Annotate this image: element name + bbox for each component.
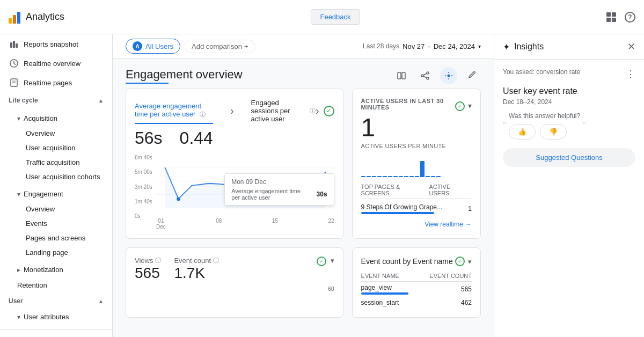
header-users: ACTIVE USERS — [429, 184, 472, 196]
top-cards-row: Average engagement time per active user … — [126, 89, 481, 239]
svg-rect-1 — [13, 41, 15, 48]
sidebar-label-engagement: Engagement — [24, 190, 63, 198]
page-bar — [361, 212, 434, 214]
all-users-chip[interactable]: A All Users — [126, 39, 180, 54]
header-actions — [393, 67, 481, 84]
engaged-sessions-value: 0.44 — [180, 128, 213, 148]
svg-rect-8 — [402, 72, 405, 79]
bottom-cards-row: Views ⓘ 565 Event count ⓘ 1.7K — [126, 247, 481, 318]
info-icon[interactable]: ⓘ — [200, 111, 206, 118]
engaged-sessions-tab[interactable]: Engaged sessions per active user ⓘ — [251, 98, 316, 124]
share-button[interactable] — [416, 67, 434, 84]
expand-icon[interactable]: ▾ — [331, 257, 334, 265]
page-title-underline — [126, 83, 169, 84]
sidebar-item-pages-screens[interactable]: Pages and screens — [0, 231, 112, 245]
page-title-container: Engagement overview — [126, 68, 243, 84]
edit-button[interactable] — [464, 67, 481, 84]
view-realtime-link[interactable]: View realtime → — [361, 221, 472, 228]
section-user[interactable]: User ▲ — [0, 293, 112, 309]
x-label-2: 15 — [272, 218, 278, 230]
logo-bar-orange — [13, 15, 16, 24]
query-container: You asked: conversion rate — [503, 68, 580, 80]
svg-point-21 — [177, 197, 180, 201]
thumbs-up-button[interactable]: 👍 — [509, 124, 536, 140]
all-users-label: All Users — [145, 42, 173, 50]
sidebar-item-acq-overview[interactable]: Overview — [0, 126, 112, 141]
tab-engagement-time[interactable]: Average engagement time per active user … — [135, 98, 213, 124]
svg-line-12 — [423, 74, 427, 75]
sidebar-item-traffic-acquisition[interactable]: Traffic acquisition — [0, 155, 112, 170]
engagement-time-value-container: 56s — [135, 128, 163, 150]
nav-right-icon[interactable]: › — [316, 105, 319, 117]
sidebar-label-eng-overview: Overview — [26, 205, 55, 213]
sidebar-item-user-attributes[interactable]: ▾ User attributes — [0, 309, 112, 325]
event-count-header: EVENT COUNT — [414, 270, 472, 282]
mini-bar-chart — [361, 156, 472, 177]
sidebar-item-monetization[interactable]: ▸ Monetization — [0, 262, 112, 277]
section-lifecycle[interactable]: Life cycle ▲ — [0, 92, 112, 108]
feedback-button[interactable]: Feedback — [311, 9, 360, 25]
sidebar-item-user-acq-cohorts[interactable]: User acquisition cohorts — [0, 170, 112, 184]
sidebar-label-monetization: Monetization — [24, 266, 63, 274]
realtime-table-row: 9 Steps Of Growing Grape... 1 — [361, 201, 472, 216]
sidebar-label-landing-page: Landing page — [26, 248, 68, 257]
bar-5 — [388, 176, 392, 177]
sidebar-item-landing-page[interactable]: Landing page — [0, 245, 112, 260]
tooltip-row: Average engagement time per active user … — [231, 188, 327, 201]
date-range-picker[interactable]: Last 28 days Nov 27 - Dec 24, 2024 ▾ — [363, 42, 481, 50]
sidebar-item-events[interactable]: Events — [0, 216, 112, 231]
add-icon: + — [244, 42, 248, 50]
sidebar-item-acquisition[interactable]: ▾ Acquisition — [0, 111, 112, 126]
chart-x-labels: 01Dec 08 15 22 — [156, 218, 334, 230]
realtime-label: ACTIVE USERS IN LAST 30 MINUTES — [361, 98, 455, 111]
event-count-info-icon[interactable]: ⓘ — [213, 257, 219, 265]
realtime-icon — [9, 58, 19, 69]
card-count: 60 — [135, 286, 334, 292]
card-actions: ✓ ▾ — [317, 257, 334, 282]
x-label-0: 01Dec — [156, 218, 166, 230]
sidebar-item-eng-overview[interactable]: Overview — [0, 202, 112, 216]
sidebar-label-traffic-acquisition: Traffic acquisition — [26, 158, 79, 166]
help-icon[interactable]: ? — [625, 12, 635, 23]
realtime-expand-icon[interactable]: ▾ — [468, 101, 472, 111]
engagement-time-card: Average engagement time per active user … — [126, 89, 343, 239]
sparkle-icon: ✦ — [503, 42, 510, 52]
apps-grid-icon[interactable] — [606, 12, 616, 22]
svg-rect-7 — [398, 72, 401, 79]
sidebar-item-library[interactable]: Library — [0, 334, 112, 337]
info-icon2[interactable]: ⓘ — [310, 107, 316, 115]
bar-3 — [377, 176, 382, 177]
sidebar-item-reports-snapshot[interactable]: Reports snapshot — [0, 34, 108, 54]
app-title: Analytics — [26, 11, 64, 23]
suggested-questions-button[interactable]: Suggested Questions — [503, 148, 635, 167]
event-expand-icon[interactable]: ▾ — [468, 258, 472, 266]
insights-close-button[interactable]: ✕ — [627, 41, 635, 53]
realtime-per-minute: ACTIVE USERS PER MINUTE — [361, 143, 472, 149]
customize-button[interactable] — [440, 67, 457, 84]
realtime-table-header: TOP PAGES & SCREENS ACTIVE USERS — [361, 181, 472, 199]
insights-card: User key event rate Dec 18–24, 2024 " Wa… — [503, 80, 635, 173]
sidebar-item-user-acquisition[interactable]: User acquisition — [0, 141, 112, 155]
views-info-icon[interactable]: ⓘ — [155, 257, 161, 265]
sidebar-item-realtime-overview[interactable]: Realtime overview — [0, 54, 108, 73]
sidebar-item-retention[interactable]: Retention — [0, 277, 112, 293]
main-content: A All Users Add comparison + Last 28 day… — [113, 0, 494, 337]
add-comparison-button[interactable]: Add comparison + — [185, 40, 255, 53]
event-status-check: ✓ — [455, 257, 465, 266]
sidebar-item-realtime-pages[interactable]: Realtime pages — [0, 73, 108, 92]
sidebar-label-realtime-pages: Realtime pages — [24, 79, 72, 87]
nav-arrow-right[interactable]: › — [230, 98, 234, 124]
svg-point-14 — [448, 75, 450, 77]
sidebar-label-user-acquisition: User acquisition — [26, 144, 76, 152]
sidebar-item-engagement[interactable]: ▾ Engagement — [0, 186, 112, 202]
status-check: ✓ — [324, 106, 334, 116]
event-card-header: Event count by Event name ✓ ▾ — [361, 257, 472, 266]
query-more-icon[interactable]: ⋮ — [626, 68, 635, 80]
svg-point-11 — [427, 77, 429, 79]
query-label: You asked: conversion rate — [503, 68, 580, 76]
bar-7 — [399, 176, 403, 177]
section-lifecycle-label: Life cycle — [9, 97, 38, 104]
thumbs-down-button[interactable]: 👎 — [540, 124, 567, 140]
compare-button[interactable] — [393, 67, 410, 84]
event-name-header: EVENT NAME — [361, 270, 414, 282]
